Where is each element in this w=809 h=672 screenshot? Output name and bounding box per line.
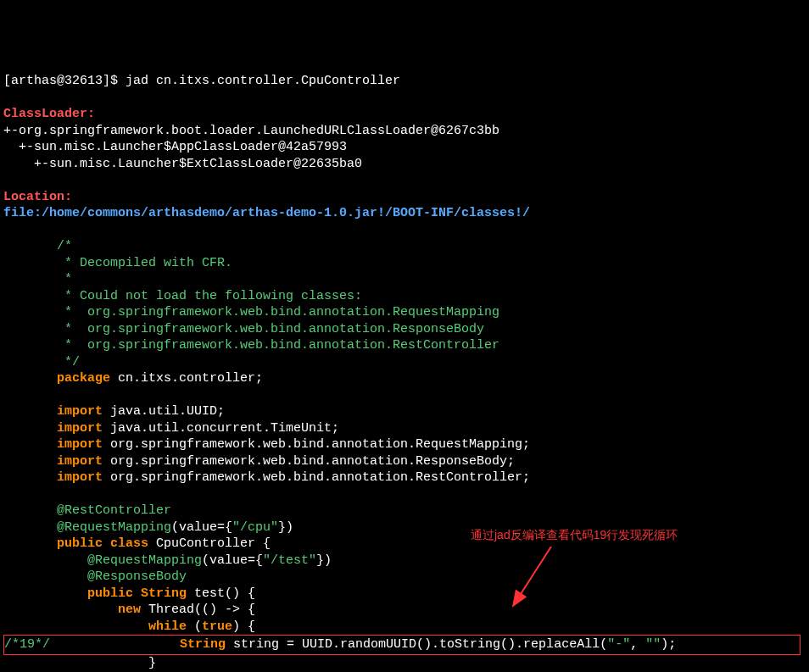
string-literal: "-" [607,637,630,652]
while-keyword: while [148,619,187,634]
assignment: string = UUID.randomUUID().toString().re… [226,637,607,652]
import-keyword: import [57,470,103,485]
public-keyword: public [87,586,133,601]
classloader-heading: ClassLoader: [3,107,95,121]
import-stmt: org.springframework.web.bind.annotation.… [103,437,530,452]
closing-brace: } [3,656,156,670]
string-literal: "" [645,637,661,652]
callout-annotation: 通过jad反编译查看代码19行发现死循环 [471,527,678,542]
highlighted-line: /*19*/ String string = UUID.randomUUID()… [3,635,801,655]
import-stmt: java.util.concurrent.TimeUnit; [103,421,339,436]
string-literal: "/test" [263,553,316,568]
annotation-args-end: }) [278,520,293,535]
code-comment: * Could not load the following classes: [3,289,362,303]
string-type: String [180,637,226,652]
shell-prompt: [arthas@32613]$ [3,74,118,88]
annotation-requestmapping: @RequestMapping [57,520,171,535]
classloader-line: +-org.springframework.boot.loader.Launch… [3,124,499,138]
line-number: /*19*/ [4,637,50,652]
package-keyword: package [57,371,110,386]
annotation-responsebody: @ResponseBody [87,569,187,584]
code-comment: * org.springframework.web.bind.annotatio… [3,338,499,353]
thread-construct: Thread(() -> { [141,603,255,617]
code-comment: * [3,272,72,286]
package-name: cn.itxs.controller; [110,371,263,386]
terminal-output: [arthas@32613]$ jad cn.itxs.controller.C… [3,73,806,672]
true-keyword: true [202,619,232,634]
location-heading: Location: [3,190,72,204]
code-comment: * org.springframework.web.bind.annotatio… [3,305,499,319]
code-comment: * Decompiled with CFR. [3,256,232,270]
paren-close: ) { [232,619,255,634]
import-keyword: import [57,437,103,452]
class-name: CpuController { [148,536,271,551]
classloader-line: +-sun.misc.Launcher$AppClassLoader@42a57… [3,140,347,154]
code-comment: /* [3,239,72,253]
annotation-restcontroller: @RestController [57,503,171,518]
annotation-requestmapping: @RequestMapping [87,553,202,568]
string-type: String [133,586,187,601]
new-keyword: new [118,603,141,617]
class-keyword: class [110,536,148,551]
location-path: file:/home/commons/arthasdemo/arthas-dem… [3,206,530,220]
comma: , [630,637,645,652]
annotation-args-end: }) [316,553,332,568]
import-keyword: import [57,454,103,469]
jad-command: jad cn.itxs.controller.CpuController [126,74,400,88]
code-comment: * org.springframework.web.bind.annotatio… [3,322,484,336]
classloader-line: +-sun.misc.Launcher$ExtClassLoader@22635… [3,157,362,171]
line-end: ); [661,637,676,652]
import-keyword: import [57,421,103,436]
public-keyword: public [57,536,103,551]
method-name: test() { [187,586,255,601]
string-literal: "/cpu" [232,520,278,535]
annotation-args: (value={ [171,520,232,535]
import-stmt: org.springframework.web.bind.annotation.… [103,470,530,485]
paren-open: ( [187,619,202,634]
import-keyword: import [57,404,103,419]
import-stmt: org.springframework.web.bind.annotation.… [103,454,515,469]
code-comment: */ [3,355,80,369]
annotation-args: (value={ [202,553,263,568]
import-stmt: java.util.UUID; [103,404,225,419]
